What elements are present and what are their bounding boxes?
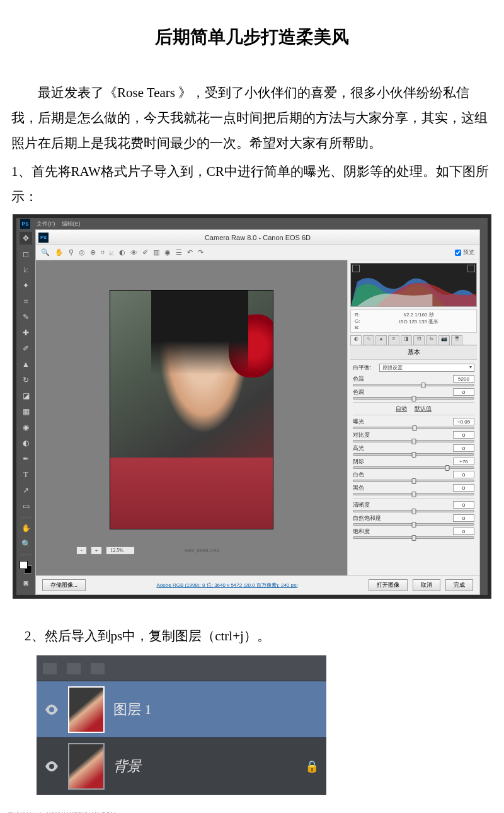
cr-rotate-l-icon[interactable]: ↶ bbox=[187, 248, 193, 257]
blacks-slider[interactable] bbox=[353, 493, 474, 495]
save-image-button[interactable]: 存储图像... bbox=[42, 579, 86, 591]
auto-button[interactable]: 自动 bbox=[396, 405, 407, 413]
tab-curve[interactable]: ∿ bbox=[363, 335, 374, 345]
clarity-value[interactable]: 0 bbox=[453, 501, 474, 509]
cr-sampler-icon[interactable]: ◎ bbox=[79, 248, 85, 257]
eraser-tool-icon[interactable]: ◪ bbox=[20, 389, 32, 402]
stamp-tool-icon[interactable]: ▲ bbox=[20, 358, 32, 371]
tab-basic[interactable]: ◐ bbox=[350, 335, 362, 345]
shape-tool-icon[interactable]: ▭ bbox=[20, 500, 32, 512]
default-button[interactable]: 默认值 bbox=[415, 405, 432, 413]
temp-slider[interactable] bbox=[353, 384, 474, 386]
zoom-tool-icon[interactable]: 🔍 bbox=[20, 538, 32, 550]
cr-hand-icon[interactable]: ✋ bbox=[55, 248, 64, 257]
menu-edit[interactable]: 编辑(E) bbox=[62, 220, 81, 228]
visibility-icon[interactable] bbox=[44, 702, 59, 717]
lock-icon: 🔒 bbox=[305, 759, 319, 773]
gradient-tool-icon[interactable]: ▦ bbox=[20, 405, 32, 418]
highlights-value[interactable]: 0 bbox=[453, 444, 474, 452]
heal-tool-icon[interactable]: ✚ bbox=[20, 326, 32, 339]
pen-tool-icon[interactable]: ✒ bbox=[20, 453, 32, 465]
contrast-slider[interactable] bbox=[353, 440, 474, 442]
cr-prefs-icon[interactable]: ☰ bbox=[176, 248, 182, 257]
cr-zoom-icon[interactable]: 🔍 bbox=[41, 248, 50, 257]
preview-image[interactable] bbox=[110, 290, 273, 529]
layer-thumbnail[interactable] bbox=[68, 743, 105, 790]
cancel-button[interactable]: 取消 bbox=[413, 579, 440, 591]
preview-checkbox[interactable]: 预览 bbox=[455, 248, 474, 257]
visibility-icon[interactable] bbox=[44, 759, 59, 774]
whites-slider[interactable] bbox=[353, 480, 474, 482]
lasso-tool-icon[interactable]: ⟀ bbox=[20, 263, 32, 276]
highlights-label: 高光 bbox=[353, 444, 364, 453]
cr-target-icon[interactable]: ⊕ bbox=[90, 248, 96, 257]
tab-detail[interactable]: ▲ bbox=[375, 335, 387, 345]
tab-cal[interactable]: 📷 bbox=[438, 335, 450, 345]
history-brush-icon[interactable]: ↻ bbox=[20, 374, 32, 386]
dodge-tool-icon[interactable]: ◐ bbox=[20, 437, 32, 449]
blacks-value[interactable]: 0 bbox=[453, 484, 474, 492]
wand-tool-icon[interactable]: ✦ bbox=[20, 279, 32, 292]
profile-link[interactable]: Adobe RGB (1998); 8 位; 3640 x 5472 (20.0… bbox=[91, 582, 364, 589]
tab-hsl[interactable]: ≡ bbox=[388, 335, 399, 345]
open-image-button[interactable]: 打开图像 bbox=[369, 579, 408, 591]
cr-grad-icon[interactable]: ▥ bbox=[153, 248, 159, 257]
menu-file[interactable]: 文件(F) bbox=[37, 220, 55, 228]
cr-straighten-icon[interactable]: ⟀ bbox=[110, 249, 114, 257]
tab-lens[interactable]: ⊟ bbox=[413, 335, 425, 345]
contrast-value[interactable]: 0 bbox=[453, 431, 474, 439]
quickmask-icon[interactable]: ◙ bbox=[20, 577, 32, 589]
tab-preset[interactable]: ≣ bbox=[451, 335, 462, 345]
cr-adjust-icon[interactable]: ✐ bbox=[142, 248, 148, 257]
hand-tool-icon[interactable]: ✋ bbox=[20, 522, 32, 534]
shadow-clip-icon[interactable] bbox=[352, 265, 360, 272]
marquee-tool-icon[interactable]: ◻ bbox=[20, 248, 32, 260]
eyedropper-tool-icon[interactable]: ✎ bbox=[20, 311, 32, 323]
zoom-out-button[interactable]: + bbox=[91, 546, 103, 555]
saturation-slider[interactable] bbox=[353, 536, 474, 539]
color-swatch-icon[interactable] bbox=[20, 561, 32, 574]
highlights-slider[interactable] bbox=[353, 453, 474, 456]
wb-dropdown[interactable]: 原照设置 bbox=[379, 364, 474, 372]
saturation-value[interactable]: 0 bbox=[453, 528, 474, 535]
clarity-slider[interactable] bbox=[353, 510, 474, 512]
vibrance-slider[interactable] bbox=[353, 523, 474, 526]
path-tool-icon[interactable]: ↗ bbox=[20, 484, 32, 497]
cr-spot-icon[interactable]: ◐ bbox=[119, 248, 125, 257]
shadows-slider[interactable] bbox=[353, 466, 474, 469]
temp-value[interactable]: 5200 bbox=[453, 375, 474, 383]
cr-redeye-icon[interactable]: 👁 bbox=[130, 249, 137, 257]
tab-fx[interactable]: fx bbox=[426, 335, 437, 345]
tint-slider[interactable] bbox=[353, 397, 474, 400]
whites-value[interactable]: 0 bbox=[453, 471, 474, 478]
zoom-level[interactable]: 12.5% bbox=[106, 546, 135, 555]
highlight-clip-icon[interactable] bbox=[467, 265, 475, 272]
layer-name[interactable]: 图层 1 bbox=[113, 700, 152, 719]
move-tool-icon[interactable]: ✥ bbox=[20, 232, 32, 245]
layer-row-background[interactable]: 背景 🔒 bbox=[37, 738, 326, 795]
type-tool-icon[interactable]: T bbox=[20, 468, 32, 481]
shadows-value[interactable]: +76 bbox=[453, 458, 474, 465]
fx-icon[interactable] bbox=[67, 663, 81, 674]
layer-row-1[interactable]: 图层 1 bbox=[37, 681, 326, 738]
vibrance-value[interactable]: 0 bbox=[453, 514, 474, 522]
mask-icon[interactable] bbox=[91, 663, 105, 674]
section-title: 基本 bbox=[350, 345, 477, 360]
cr-rotate-r-icon[interactable]: ↷ bbox=[198, 248, 203, 257]
done-button[interactable]: 完成 bbox=[445, 579, 473, 591]
blur-tool-icon[interactable]: ◉ bbox=[20, 421, 32, 434]
cr-wb-icon[interactable]: ⚲ bbox=[69, 248, 74, 257]
histogram[interactable] bbox=[350, 263, 477, 307]
tab-split[interactable]: ◨ bbox=[401, 335, 412, 345]
cr-crop-icon[interactable]: ⌗ bbox=[101, 248, 105, 257]
exposure-value[interactable]: +0.05 bbox=[453, 418, 474, 425]
cr-radial-icon[interactable]: ◉ bbox=[164, 248, 171, 257]
crop-tool-icon[interactable]: ⌗ bbox=[20, 295, 32, 308]
layer-name[interactable]: 背景 bbox=[113, 757, 141, 776]
link-icon[interactable] bbox=[43, 663, 57, 674]
tint-value[interactable]: 0 bbox=[453, 388, 474, 396]
zoom-out-button[interactable]: - bbox=[76, 546, 87, 555]
exposure-slider[interactable] bbox=[353, 427, 474, 429]
layer-thumbnail[interactable] bbox=[68, 686, 105, 733]
brush-tool-icon[interactable]: ✐ bbox=[20, 342, 32, 355]
